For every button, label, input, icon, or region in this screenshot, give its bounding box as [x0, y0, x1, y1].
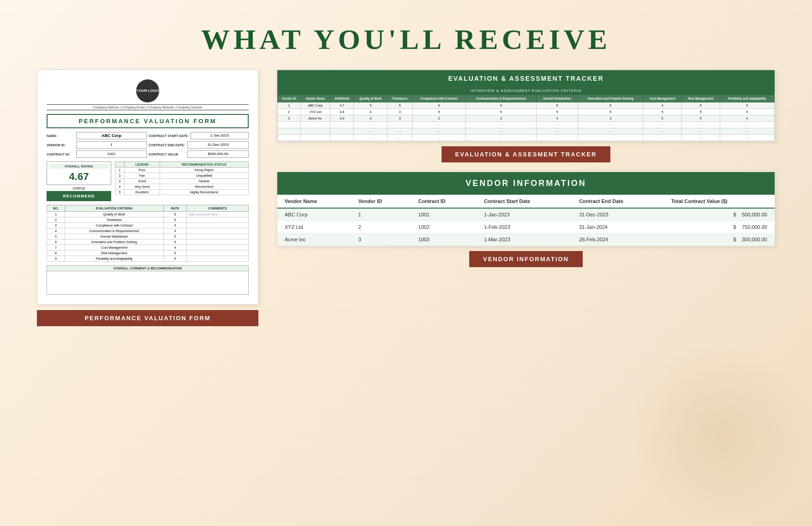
- tracker-subheader: INTERVIEW & ASSESSMENT EVALUATION CRITER…: [277, 87, 775, 95]
- vendor-row: ABC Corp 1 1001 1-Jan-2023 31-Dec-2023 $…: [277, 208, 775, 221]
- name-field-row: NAME: ABC Corp: [47, 132, 147, 139]
- vendor-id-value: 1: [76, 141, 147, 149]
- left-panel: YOUR LOGO Company Address | Company Emai…: [37, 70, 258, 326]
- contract-start-field-row: CONTRACT START DATE: 1-Jan-2023: [149, 132, 249, 139]
- tracker-row: 1 ABC Corp 4.7 554455455: [278, 102, 775, 109]
- tracker-row: ---------: [278, 128, 775, 135]
- vendor-card: VENDOR INFORMATION Vendor NameVendor IDC…: [277, 172, 775, 246]
- tracker-section: EVALUATION & ASSESSMENT TRACKER INTERVIE…: [277, 70, 775, 162]
- contract-value-field-row: CONTRACT VALUE $500,000.00: [149, 150, 249, 158]
- eval-row: 2 Timeliness 5: [47, 217, 249, 223]
- vendor-title: VENDOR INFORMATION: [277, 172, 775, 195]
- tracker-row: ---------: [278, 135, 775, 141]
- contract-end-field-row: CONTRACT END DATE: 31-Dec-2023: [149, 141, 249, 149]
- form-logo-area: YOUR LOGO Company Address | Company Emai…: [47, 79, 249, 110]
- vendor-id-field-row: VENDOR ID: 1: [47, 141, 147, 149]
- comment-header: OVERALL COMMENT & RECOMMENDATION: [47, 266, 248, 271]
- vendor-section: VENDOR INFORMATION Vendor NameVendor IDC…: [277, 172, 775, 267]
- legend-row: 4 Very Good Recommend: [115, 184, 249, 190]
- page-title: WHAT YOU'LL RECEIVE: [0, 0, 812, 70]
- eval-row: 8 Risk Management 5: [47, 251, 249, 256]
- legend-row: 1 Poor Firmly Reject: [115, 167, 249, 173]
- tracker-card: EVALUATION & ASSESSMENT TRACKER INTERVIE…: [277, 70, 775, 142]
- overall-rating-box: OVERALL RATING 4.67: [47, 161, 111, 185]
- tracker-table: Vendor IDVendor NameAVERAGEQuality of Wo…: [277, 95, 775, 141]
- contract-end-value: 31-Dec-2023: [187, 141, 249, 149]
- vendor-table: Vendor NameVendor IDContract IDContract …: [277, 195, 775, 246]
- eval-row: 6 Innovation and Problem Solving 5: [47, 239, 249, 245]
- legend-row: 2 Fair Unqualified: [115, 173, 249, 179]
- status-label: STATUS: [47, 187, 111, 190]
- tracker-title: EVALUATION & ASSESSMENT TRACKER: [277, 70, 775, 87]
- eval-table: NO. EVALUATION CRITERIA RATE COMMENTS 1 …: [47, 205, 249, 262]
- comment-body: [47, 271, 248, 294]
- tracker-panel-label: EVALUATION & ASSESMENT TRACKER: [442, 146, 611, 162]
- company-info: Company Address | Company Email | Compan…: [47, 104, 249, 110]
- contract-value-value: $500,000.00: [187, 150, 249, 158]
- overall-rating-value: 4.67: [49, 171, 109, 183]
- legend-row: 3 Good Neutral: [115, 179, 249, 184]
- vendor-panel-label: VENDOR INFORMATION: [469, 251, 583, 267]
- tracker-row: ---------: [278, 122, 775, 128]
- tracker-row: 2 XYZ Ltd 4.8 445555555: [278, 109, 775, 115]
- vendor-row: XYZ Ltd 2 1002 1-Feb-2023 31-Jan-2024 $ …: [277, 221, 775, 233]
- eval-row: 7 Cost Management 4: [47, 245, 249, 251]
- eval-row: 5 Overall Satisfaction 5: [47, 234, 249, 239]
- contract-start-value: 1-Jan-2023: [191, 132, 249, 139]
- company-logo: YOUR LOGO: [136, 79, 159, 102]
- legend-row: 5 Excellent Highly Recommend: [115, 190, 249, 195]
- contract-id-value: 1001: [76, 150, 147, 158]
- overall-rating-label: OVERALL RATING: [49, 164, 109, 169]
- eval-row: 1 Quality of Work 5 Add comments here.: [47, 212, 249, 217]
- legend-table: LEGEND RECOMMENDATION STATUS 1 Poor Firm…: [115, 161, 249, 195]
- name-value: ABC Corp: [76, 132, 147, 139]
- eval-row: 4 Communication & Responsiveness 4: [47, 228, 249, 234]
- eval-row: 3 Compliance with Contract 4: [47, 223, 249, 228]
- tracker-row: 3 Acme Inc 3.0 332343554: [278, 115, 775, 122]
- left-panel-label: PERFORMANCE VALUATION FORM: [37, 310, 258, 326]
- vendor-row: Acme Inc 3 1003 1-Mar-2023 28-Feb-2024 $…: [277, 233, 775, 246]
- recommend-button: RECOMMEND: [47, 191, 111, 201]
- form-title: PERFORMANCE VALUATION FORM: [47, 114, 249, 128]
- right-panel: EVALUATION & ASSESSMENT TRACKER INTERVIE…: [277, 70, 775, 267]
- contract-id-field-row: CONTRACT ID: 1001: [47, 150, 147, 158]
- eval-row: 9 Flexibility and Adaptability 5: [47, 256, 249, 262]
- comment-box: OVERALL COMMENT & RECOMMENDATION: [47, 265, 249, 295]
